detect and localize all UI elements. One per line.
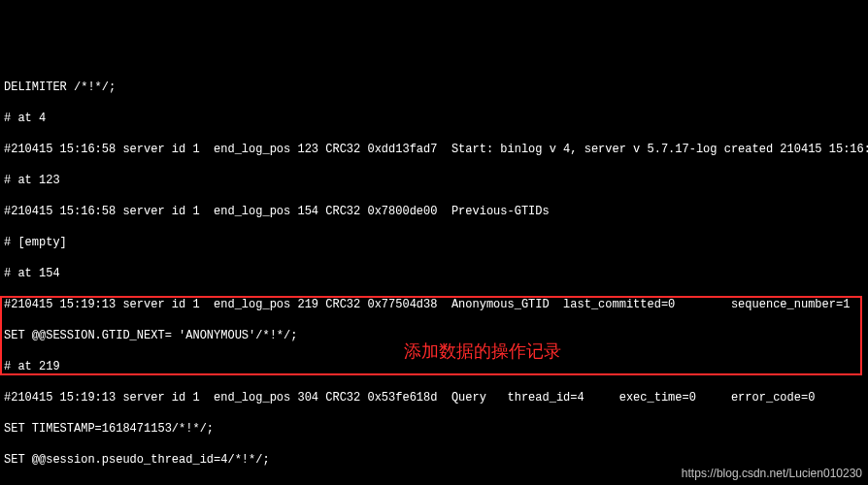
log-line: #210415 15:19:13 server id 1 end_log_pos… xyxy=(4,390,864,405)
log-line: DELIMITER /*!*/; xyxy=(4,80,864,95)
log-line: #210415 15:19:13 server id 1 end_log_pos… xyxy=(4,297,864,312)
log-line: #210415 15:16:58 server id 1 end_log_pos… xyxy=(4,142,864,157)
terminal-output: DELIMITER /*!*/; # at 4 #210415 15:16:58… xyxy=(0,62,868,485)
log-line: # at 154 xyxy=(4,266,864,281)
annotation-label: 添加数据的操作记录 xyxy=(404,343,561,359)
log-line: # at 219 xyxy=(4,359,864,374)
log-line: #210415 15:16:58 server id 1 end_log_pos… xyxy=(4,204,864,219)
log-line: # [empty] xyxy=(4,235,864,250)
log-line: SET TIMESTAMP=1618471153/*!*/; xyxy=(4,421,864,436)
watermark: https://blog.csdn.net/Lucien010230 xyxy=(682,466,862,481)
log-line: # at 4 xyxy=(4,111,864,126)
log-line: # at 123 xyxy=(4,173,864,188)
